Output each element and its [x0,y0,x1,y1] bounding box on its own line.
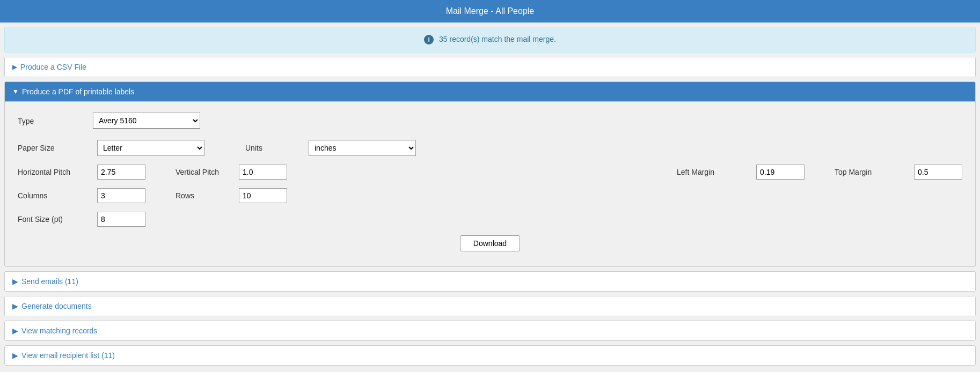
view-matching-section: ▶ View matching records [4,321,976,341]
units-group: Units inches cm mm [245,140,416,156]
columns-label: Columns [18,191,93,200]
pdf-section-body: Type Avery 5160 Avery 5161 Avery 5162 Av… [5,101,975,266]
paper-size-select[interactable]: Letter Legal A4 [97,140,204,156]
paper-size-group: Paper Size Letter Legal A4 [18,140,204,156]
rows-group: Rows [175,188,287,203]
info-icon: i [424,35,434,44]
columns-group: Columns [18,188,145,203]
font-size-input[interactable] [97,212,145,227]
units-select[interactable]: inches cm mm [309,140,416,156]
v-pitch-label: Vertical Pitch [175,168,235,176]
columns-rows-row: Columns Rows [18,188,962,203]
view-email-list-arrow-icon: ▶ [12,351,18,360]
send-emails-section: ▶ Send emails (11) [4,271,976,292]
info-banner: i 35 record(s) match the mail merge. [4,27,976,53]
left-margin-input[interactable] [756,165,805,180]
send-emails-label: Send emails (11) [21,277,78,286]
h-pitch-group: Horizontal Pitch [18,165,145,180]
h-pitch-label: Horizontal Pitch [18,168,93,176]
pitch-margin-row: Horizontal Pitch Vertical Pitch Left Mar… [18,165,962,180]
paper-units-row: Paper Size Letter Legal A4 Units inches … [18,140,962,156]
view-matching-header[interactable]: ▶ View matching records [5,321,975,340]
rows-label: Rows [175,191,235,200]
type-select[interactable]: Avery 5160 Avery 5161 Avery 5162 Avery 5… [93,113,200,129]
type-select-wrapper: Avery 5160 Avery 5161 Avery 5162 Avery 5… [93,113,200,129]
units-label: Units [245,144,304,152]
font-size-group: Font Size (pt) [18,212,145,227]
generate-docs-label: Generate documents [21,302,92,310]
generate-docs-section: ▶ Generate documents [4,296,976,316]
view-email-list-header[interactable]: ▶ View email recipient list (11) [5,346,975,365]
rows-input[interactable] [239,188,287,203]
generate-docs-header[interactable]: ▶ Generate documents [5,296,975,316]
columns-input[interactable] [97,188,145,203]
csv-arrow-icon: ▶ [12,63,17,71]
type-underline [93,129,200,129]
view-email-list-section: ▶ View email recipient list (11) [4,345,976,366]
v-pitch-input[interactable] [239,165,287,180]
pdf-section-header[interactable]: ▼ Produce a PDF of printable labels [5,82,975,101]
page-title: Mail Merge - All People [0,0,980,23]
font-size-label: Font Size (pt) [18,215,93,224]
font-size-row: Font Size (pt) [18,212,962,227]
download-button[interactable]: Download [460,235,520,251]
top-margin-label: Top Margin [835,168,910,176]
h-pitch-input[interactable] [97,165,145,180]
top-margin-input[interactable] [914,165,962,180]
view-email-list-label: View email recipient list (11) [21,351,115,360]
pdf-section: ▼ Produce a PDF of printable labels Type… [4,81,976,267]
v-pitch-group: Vertical Pitch [175,165,287,180]
csv-section-label: Produce a CSV File [20,63,86,71]
generate-docs-arrow-icon: ▶ [12,302,18,310]
send-emails-arrow-icon: ▶ [12,277,18,286]
download-row: Download [18,235,962,251]
info-message: 35 record(s) match the mail merge. [439,35,556,43]
view-matching-arrow-icon: ▶ [12,326,18,335]
left-margin-group: Left Margin [677,165,805,180]
paper-size-label: Paper Size [18,144,93,152]
view-matching-label: View matching records [21,326,97,335]
csv-section: ▶ Produce a CSV File [4,57,976,77]
type-label: Type [18,117,93,125]
csv-section-header[interactable]: ▶ Produce a CSV File [5,57,975,77]
left-margin-label: Left Margin [677,168,752,176]
top-margin-group: Top Margin [835,165,962,180]
send-emails-header[interactable]: ▶ Send emails (11) [5,272,975,291]
collapsed-sections-container: ▶ Send emails (11) ▶ Generate documents … [0,271,980,366]
pdf-arrow-icon: ▼ [12,88,19,95]
type-row: Type Avery 5160 Avery 5161 Avery 5162 Av… [18,113,962,129]
pdf-section-label: Produce a PDF of printable labels [22,87,134,96]
